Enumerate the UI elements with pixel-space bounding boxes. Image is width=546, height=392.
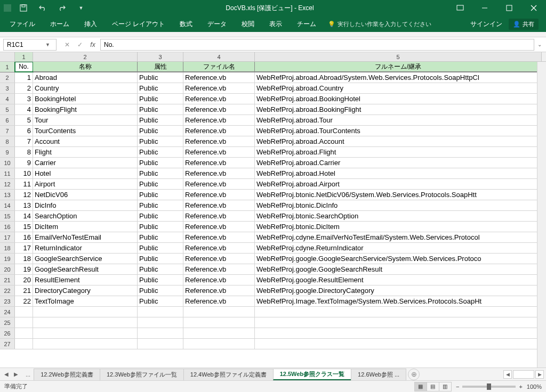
cell[interactable]: Public bbox=[138, 275, 183, 285]
sheet-tab[interactable]: 12.5Web参照クラス一覧 bbox=[273, 369, 351, 380]
vertical-scrollbar[interactable] bbox=[537, 62, 546, 368]
cell[interactable]: 8 bbox=[15, 147, 33, 157]
cell[interactable]: Reference.vb bbox=[183, 136, 255, 146]
row-header[interactable]: 18 bbox=[0, 243, 15, 253]
cell[interactable]: Reference.vb bbox=[183, 126, 255, 136]
row-header[interactable]: 8 bbox=[0, 136, 15, 146]
cell[interactable]: Public bbox=[138, 296, 183, 306]
ribbon-tab[interactable]: チーム bbox=[290, 16, 324, 32]
cell[interactable]: Reference.vb bbox=[183, 147, 255, 157]
column-header[interactable]: 1 bbox=[15, 52, 33, 61]
cell[interactable]: BookingHotel bbox=[33, 94, 138, 104]
cancel-formula-button[interactable]: ✕ bbox=[62, 39, 73, 50]
cell[interactable]: Account bbox=[33, 136, 138, 146]
cell[interactable]: 15 bbox=[15, 222, 33, 232]
cell[interactable]: WebRefProj.abroad.Carrier bbox=[255, 158, 542, 168]
ribbon-tab[interactable]: 挿入 bbox=[77, 16, 105, 32]
sheet-nav-next-icon[interactable]: ▶ bbox=[12, 370, 20, 379]
cell[interactable]: Public bbox=[138, 264, 183, 274]
sign-in-link[interactable]: サインイン bbox=[470, 20, 502, 29]
row-header[interactable]: 20 bbox=[0, 264, 15, 274]
cell[interactable]: 13 bbox=[15, 200, 33, 210]
cell[interactable]: 21 bbox=[15, 285, 33, 296]
cell[interactable]: Hotel bbox=[33, 168, 138, 178]
sheet-tab[interactable]: 12.2Web参照定義書 bbox=[34, 369, 100, 380]
maximize-button[interactable] bbox=[497, 0, 521, 16]
row-header[interactable]: 6 bbox=[0, 115, 15, 125]
ribbon-tab[interactable]: ファイル bbox=[2, 16, 43, 32]
row-header[interactable]: 24 bbox=[0, 307, 15, 317]
page-break-view-button[interactable]: ▥ bbox=[439, 382, 452, 391]
cell[interactable]: No. bbox=[15, 62, 33, 72]
cell[interactable]: WebRefProj.abroad.Flight bbox=[255, 147, 542, 157]
cell[interactable]: WebRefProj.google.DirectoryCategory bbox=[255, 285, 542, 296]
cell[interactable]: 11 bbox=[15, 179, 33, 189]
cell[interactable] bbox=[15, 317, 33, 328]
sheet-tab[interactable]: 12.3Web参照ファイル一覧 bbox=[100, 369, 184, 380]
ribbon-tab[interactable]: データ bbox=[200, 16, 234, 32]
cell[interactable]: WebRefProj.google.GoogleSearchResult bbox=[255, 264, 542, 274]
cell[interactable]: 9 bbox=[15, 158, 33, 168]
chevron-down-icon[interactable]: ▼ bbox=[45, 42, 53, 47]
cell[interactable]: Reference.vb bbox=[183, 158, 255, 168]
cell[interactable]: Public bbox=[138, 285, 183, 296]
cell[interactable]: Reference.vb bbox=[183, 211, 255, 221]
cell[interactable]: Public bbox=[138, 147, 183, 157]
cell[interactable] bbox=[15, 307, 33, 317]
cell[interactable]: Public bbox=[138, 94, 183, 104]
row-header[interactable]: 17 bbox=[0, 232, 15, 242]
cell[interactable] bbox=[138, 328, 183, 338]
cell[interactable]: 2 bbox=[15, 83, 33, 93]
cell[interactable]: GoogleSearchResult bbox=[33, 264, 138, 274]
cell[interactable]: 3 bbox=[15, 94, 33, 104]
row-header[interactable]: 10 bbox=[0, 158, 15, 168]
row-header[interactable]: 4 bbox=[0, 94, 15, 104]
cell[interactable]: NetDicV06 bbox=[33, 190, 138, 200]
cell[interactable]: WebRefProj.abroad.Tour bbox=[255, 115, 542, 125]
cell[interactable]: WebRefProj.abroad.Airport bbox=[255, 179, 542, 189]
cell[interactable]: 4 bbox=[15, 104, 33, 115]
cell[interactable] bbox=[15, 328, 33, 338]
row-header[interactable]: 26 bbox=[0, 328, 15, 338]
cell[interactable]: WebRefProj.abroad.BookingFlight bbox=[255, 104, 542, 115]
cell[interactable] bbox=[255, 328, 542, 338]
cell[interactable]: Reference.vb bbox=[183, 222, 255, 232]
row-header[interactable]: 9 bbox=[0, 147, 15, 157]
row-header[interactable]: 11 bbox=[0, 168, 15, 178]
cell[interactable]: TourContents bbox=[33, 126, 138, 136]
cell[interactable]: WebRefProj.cdyne.ReturnIndicator bbox=[255, 243, 542, 253]
cell[interactable] bbox=[138, 339, 183, 349]
ribbon-display-button[interactable] bbox=[448, 0, 472, 16]
cell[interactable]: Reference.vb bbox=[183, 200, 255, 210]
row-header[interactable]: 7 bbox=[0, 126, 15, 136]
cell[interactable]: Reference.vb bbox=[183, 243, 255, 253]
cell[interactable]: Public bbox=[138, 200, 183, 210]
column-header[interactable]: 4 bbox=[183, 52, 255, 61]
cell[interactable] bbox=[138, 307, 183, 317]
cell[interactable]: Public bbox=[138, 254, 183, 264]
cell[interactable]: Country bbox=[33, 83, 138, 93]
cell[interactable]: Public bbox=[138, 243, 183, 253]
cell[interactable]: Public bbox=[138, 136, 183, 146]
cell[interactable]: Reference.vb bbox=[183, 254, 255, 264]
column-header[interactable]: 2 bbox=[33, 52, 138, 61]
row-header[interactable]: 19 bbox=[0, 254, 15, 264]
cell[interactable]: Flight bbox=[33, 147, 138, 157]
save-button[interactable] bbox=[16, 0, 31, 16]
ribbon-tab[interactable]: 数式 bbox=[172, 16, 200, 32]
cell[interactable]: WebRefProj.google.ResultElement bbox=[255, 275, 542, 285]
enter-formula-button[interactable]: ✓ bbox=[75, 39, 85, 50]
cell[interactable]: Public bbox=[138, 190, 183, 200]
cell[interactable]: WebRefProj.abroad.Hotel bbox=[255, 168, 542, 178]
new-sheet-button[interactable]: ⊕ bbox=[408, 369, 420, 380]
cell[interactable] bbox=[33, 317, 138, 328]
row-header[interactable]: 13 bbox=[0, 190, 15, 200]
cell[interactable]: Public bbox=[138, 115, 183, 125]
cell[interactable]: Reference.vb bbox=[183, 275, 255, 285]
cell[interactable]: EmailVerNoTestEmail bbox=[33, 232, 138, 242]
cell[interactable] bbox=[15, 339, 33, 349]
column-header[interactable]: 3 bbox=[138, 52, 183, 61]
sheet-tab[interactable]: 12.4Web参照ファイル定義書 bbox=[183, 369, 274, 380]
row-header[interactable]: 3 bbox=[0, 83, 15, 93]
row-header[interactable]: 21 bbox=[0, 275, 15, 285]
